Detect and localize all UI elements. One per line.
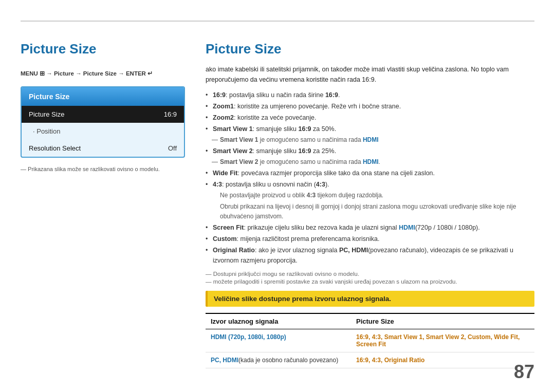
table-cell-source-1: HDMI (720p, 1080i, 1080p) (206, 329, 351, 352)
menu-path: MENU ⊞ → Picture → Picture Size → ENTER … (21, 70, 185, 77)
bottom-notes: Dostupni priključci mogu se razlikovati … (206, 271, 534, 285)
resolution-value: Off (168, 144, 177, 152)
table-header-size: Picture Size (351, 313, 534, 329)
ui-box-item-resolution[interactable]: Resolution Select Off (22, 140, 184, 157)
list-item: 4:3: postavlja sliku u osnovni način (4:… (206, 179, 534, 190)
position-label: · Position (33, 127, 60, 135)
table-cell-sizes-1: 16:9, 4:3, Smart View 1, Smart View 2, C… (351, 329, 534, 352)
right-column: Picture Size ako imate kabelski ili sate… (206, 31, 534, 368)
list-item: Screen Fit: prikazuje cijelu sliku bez r… (206, 222, 534, 233)
picture-size-label: Picture Size (29, 110, 64, 118)
highlight-banner: Veličine slike dostupne prema izvoru ula… (206, 291, 534, 307)
top-divider (21, 21, 534, 22)
left-column: Picture Size MENU ⊞ → Picture → Picture … (21, 31, 185, 172)
left-note: Prikazana slika može se razlikovati ovis… (21, 166, 185, 172)
ui-box-item-position[interactable]: · Position (22, 123, 184, 140)
bottom-note-2: možete prilagoditi i spremiti postavke z… (206, 278, 534, 285)
ui-box-item-picture-size[interactable]: Picture Size 16:9 (22, 106, 184, 123)
list-item-indent2: Obrubi prikazani na lijevoj i desnoj ili… (206, 202, 534, 221)
list-item: Smart View 2: smanjuje sliku 16:9 za 25%… (206, 146, 534, 156)
ui-box: Picture Size Picture Size 16:9 · Positio… (21, 86, 185, 158)
list-item-sub: Smart View 2 je omogućeno samo u načinim… (206, 157, 534, 167)
picture-size-value: 16:9 (164, 110, 177, 118)
table-cell-sizes-2: 16:9, 4:3, Original Ratio (351, 352, 534, 368)
table-row: HDMI (720p, 1080i, 1080p) 16:9, 4:3, Sma… (206, 329, 534, 352)
list-item: Zoom1: koristite za umjereno povećanje. … (206, 101, 534, 111)
list-item-sub: Smart View 1 je omogućeno samo u načinim… (206, 135, 534, 145)
list-item: 16:9: postavlja sliku u način rada širin… (206, 90, 534, 100)
right-title: Picture Size (206, 41, 534, 57)
list-item: Custom: mijenja različitost prema prefer… (206, 234, 534, 244)
list-item: Smart View 1: smanjuje sliku 16:9 za 50%… (206, 124, 534, 134)
bullet-list: 16:9: postavlja sliku u način rada širin… (206, 90, 534, 266)
ui-box-header: Picture Size (22, 87, 184, 106)
list-item-indent: Ne postavljajte proizvod u oblik 4:3 tij… (206, 191, 534, 200)
list-item: Wide Fit: povećava razmjer proporcija sl… (206, 168, 534, 178)
page-number: 87 (514, 361, 534, 383)
left-title: Picture Size (21, 41, 185, 57)
signal-table: Izvor ulaznog signala Picture Size HDMI … (206, 313, 534, 368)
list-item: Original Ratio: ako je izvor ulaznog sig… (206, 245, 534, 266)
list-item: Zoom2: koristite za veće povećanje. (206, 113, 534, 123)
bottom-note-1: Dostupni priključci mogu se razlikovati … (206, 271, 534, 277)
table-header-source: Izvor ulaznog signala (206, 313, 351, 329)
table-cell-source-2: PC, HDMI(kada je osobno računalo povezan… (206, 352, 351, 368)
table-row: PC, HDMI(kada je osobno računalo povezan… (206, 352, 534, 368)
resolution-label: Resolution Select (29, 144, 81, 152)
intro-text: ako imate kabelski ili satelitski prijam… (206, 64, 534, 85)
